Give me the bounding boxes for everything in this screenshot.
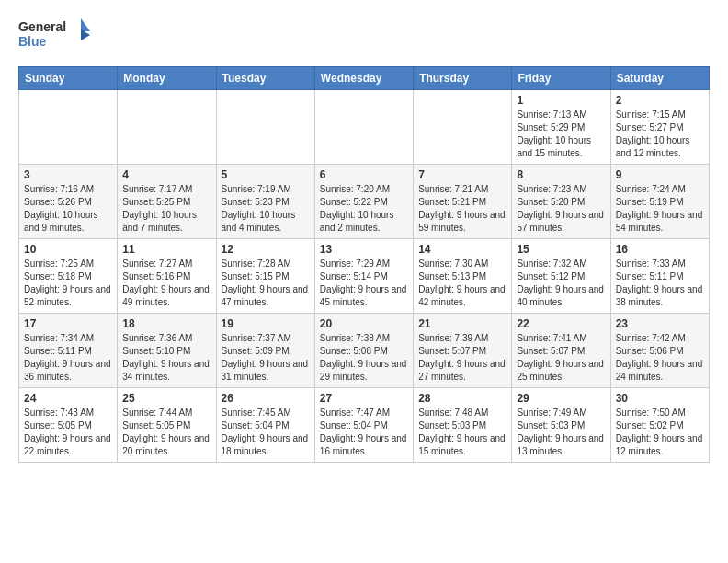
calendar-cell: 4Sunrise: 7:17 AM Sunset: 5:25 PM Daylig… (118, 165, 216, 239)
calendar-cell: 29Sunrise: 7:49 AM Sunset: 5:03 PM Dayli… (512, 388, 610, 463)
calendar-week-2: 3Sunrise: 7:16 AM Sunset: 5:26 PM Daylig… (19, 165, 710, 239)
day-info: Sunrise: 7:28 AM Sunset: 5:15 PM Dayligh… (222, 258, 310, 309)
day-info: Sunrise: 7:42 AM Sunset: 5:06 PM Dayligh… (616, 332, 704, 384)
day-number: 26 (222, 392, 310, 405)
day-info: Sunrise: 7:49 AM Sunset: 5:03 PM Dayligh… (517, 407, 605, 458)
day-info: Sunrise: 7:21 AM Sunset: 5:21 PM Dayligh… (418, 183, 506, 235)
day-info: Sunrise: 7:25 AM Sunset: 5:18 PM Dayligh… (24, 258, 112, 309)
calendar-cell: 6Sunrise: 7:20 AM Sunset: 5:22 PM Daylig… (314, 165, 413, 239)
calendar-cell: 17Sunrise: 7:34 AM Sunset: 5:11 PM Dayli… (19, 314, 118, 388)
day-number: 25 (122, 392, 210, 405)
page-header: General Blue (18, 15, 710, 55)
day-info: Sunrise: 7:45 AM Sunset: 5:04 PM Dayligh… (222, 407, 310, 458)
day-number: 17 (24, 317, 112, 330)
day-info: Sunrise: 7:20 AM Sunset: 5:22 PM Dayligh… (320, 183, 408, 235)
weekday-header-row: SundayMondayTuesdayWednesdayThursdayFrid… (19, 67, 710, 90)
day-info: Sunrise: 7:47 AM Sunset: 5:04 PM Dayligh… (320, 407, 408, 458)
logo: General Blue (18, 15, 92, 55)
day-number: 4 (122, 168, 210, 181)
day-number: 14 (418, 243, 506, 256)
day-number: 15 (517, 243, 605, 256)
page-container: General Blue SundayMondayTuesdayWednesda… (0, 0, 728, 472)
day-number: 9 (616, 168, 704, 181)
calendar-cell: 16Sunrise: 7:33 AM Sunset: 5:11 PM Dayli… (610, 239, 709, 314)
calendar-week-1: 1Sunrise: 7:13 AM Sunset: 5:29 PM Daylig… (19, 90, 710, 165)
day-info: Sunrise: 7:44 AM Sunset: 5:05 PM Dayligh… (122, 407, 210, 458)
weekday-header-saturday: Saturday (610, 67, 709, 90)
day-number: 6 (320, 168, 408, 181)
day-info: Sunrise: 7:29 AM Sunset: 5:14 PM Dayligh… (320, 258, 408, 309)
weekday-header-friday: Friday (512, 67, 610, 90)
calendar-body: 1Sunrise: 7:13 AM Sunset: 5:29 PM Daylig… (19, 90, 710, 463)
day-info: Sunrise: 7:39 AM Sunset: 5:07 PM Dayligh… (418, 332, 506, 384)
calendar-cell: 30Sunrise: 7:50 AM Sunset: 5:02 PM Dayli… (610, 388, 709, 463)
calendar-cell (118, 90, 216, 165)
day-number: 30 (616, 392, 704, 405)
calendar-cell (414, 90, 512, 165)
weekday-header-tuesday: Tuesday (216, 67, 314, 90)
day-number: 20 (320, 317, 408, 330)
day-number: 29 (517, 392, 605, 405)
calendar-cell: 22Sunrise: 7:41 AM Sunset: 5:07 PM Dayli… (512, 314, 610, 388)
calendar-cell: 18Sunrise: 7:36 AM Sunset: 5:10 PM Dayli… (118, 314, 216, 388)
calendar-cell: 19Sunrise: 7:37 AM Sunset: 5:09 PM Dayli… (216, 314, 314, 388)
calendar-week-5: 24Sunrise: 7:43 AM Sunset: 5:05 PM Dayli… (19, 388, 710, 463)
day-number: 18 (122, 317, 210, 330)
calendar-cell: 3Sunrise: 7:16 AM Sunset: 5:26 PM Daylig… (19, 165, 118, 239)
weekday-header-monday: Monday (118, 67, 216, 90)
svg-marker-2 (81, 18, 90, 31)
calendar-cell: 7Sunrise: 7:21 AM Sunset: 5:21 PM Daylig… (414, 165, 512, 239)
day-number: 21 (418, 317, 506, 330)
day-number: 7 (418, 168, 506, 181)
calendar-week-3: 10Sunrise: 7:25 AM Sunset: 5:18 PM Dayli… (19, 239, 710, 314)
day-number: 10 (24, 243, 112, 256)
calendar-cell: 5Sunrise: 7:19 AM Sunset: 5:23 PM Daylig… (216, 165, 314, 239)
calendar-cell: 11Sunrise: 7:27 AM Sunset: 5:16 PM Dayli… (118, 239, 216, 314)
weekday-header-wednesday: Wednesday (314, 67, 413, 90)
calendar-cell: 28Sunrise: 7:48 AM Sunset: 5:03 PM Dayli… (414, 388, 512, 463)
calendar-cell: 23Sunrise: 7:42 AM Sunset: 5:06 PM Dayli… (610, 314, 709, 388)
calendar-cell: 15Sunrise: 7:32 AM Sunset: 5:12 PM Dayli… (512, 239, 610, 314)
day-info: Sunrise: 7:30 AM Sunset: 5:13 PM Dayligh… (418, 258, 506, 309)
day-number: 23 (616, 317, 704, 330)
day-info: Sunrise: 7:41 AM Sunset: 5:07 PM Dayligh… (517, 332, 605, 384)
day-number: 11 (122, 243, 210, 256)
calendar-cell (19, 90, 118, 165)
calendar-cell: 13Sunrise: 7:29 AM Sunset: 5:14 PM Dayli… (314, 239, 413, 314)
day-info: Sunrise: 7:38 AM Sunset: 5:08 PM Dayligh… (320, 332, 408, 384)
day-number: 5 (222, 168, 310, 181)
day-number: 8 (517, 168, 605, 181)
day-info: Sunrise: 7:50 AM Sunset: 5:02 PM Dayligh… (616, 407, 704, 458)
day-number: 3 (24, 168, 112, 181)
svg-text:Blue: Blue (18, 34, 47, 49)
calendar-cell (216, 90, 314, 165)
day-number: 28 (418, 392, 506, 405)
calendar-cell: 25Sunrise: 7:44 AM Sunset: 5:05 PM Dayli… (118, 388, 216, 463)
day-info: Sunrise: 7:16 AM Sunset: 5:26 PM Dayligh… (24, 183, 112, 235)
day-info: Sunrise: 7:32 AM Sunset: 5:12 PM Dayligh… (517, 258, 605, 309)
calendar-cell (314, 90, 413, 165)
day-info: Sunrise: 7:23 AM Sunset: 5:20 PM Dayligh… (517, 183, 605, 235)
day-info: Sunrise: 7:37 AM Sunset: 5:09 PM Dayligh… (222, 332, 310, 384)
logo-svg: General Blue (18, 15, 92, 55)
day-number: 1 (517, 94, 605, 107)
day-info: Sunrise: 7:27 AM Sunset: 5:16 PM Dayligh… (122, 258, 210, 309)
calendar-cell: 9Sunrise: 7:24 AM Sunset: 5:19 PM Daylig… (610, 165, 709, 239)
weekday-header-sunday: Sunday (19, 67, 118, 90)
day-info: Sunrise: 7:17 AM Sunset: 5:25 PM Dayligh… (122, 183, 210, 235)
calendar-cell: 2Sunrise: 7:15 AM Sunset: 5:27 PM Daylig… (610, 90, 709, 165)
calendar-cell: 10Sunrise: 7:25 AM Sunset: 5:18 PM Dayli… (19, 239, 118, 314)
calendar-table: SundayMondayTuesdayWednesdayThursdayFrid… (18, 66, 710, 463)
day-info: Sunrise: 7:19 AM Sunset: 5:23 PM Dayligh… (222, 183, 310, 235)
day-info: Sunrise: 7:48 AM Sunset: 5:03 PM Dayligh… (418, 407, 506, 458)
calendar-cell: 12Sunrise: 7:28 AM Sunset: 5:15 PM Dayli… (216, 239, 314, 314)
calendar-cell: 1Sunrise: 7:13 AM Sunset: 5:29 PM Daylig… (512, 90, 610, 165)
day-number: 22 (517, 317, 605, 330)
calendar-cell: 24Sunrise: 7:43 AM Sunset: 5:05 PM Dayli… (19, 388, 118, 463)
day-number: 24 (24, 392, 112, 405)
day-number: 27 (320, 392, 408, 405)
day-info: Sunrise: 7:33 AM Sunset: 5:11 PM Dayligh… (616, 258, 704, 309)
day-info: Sunrise: 7:43 AM Sunset: 5:05 PM Dayligh… (24, 407, 112, 458)
day-number: 19 (222, 317, 310, 330)
calendar-header: SundayMondayTuesdayWednesdayThursdayFrid… (19, 67, 710, 90)
